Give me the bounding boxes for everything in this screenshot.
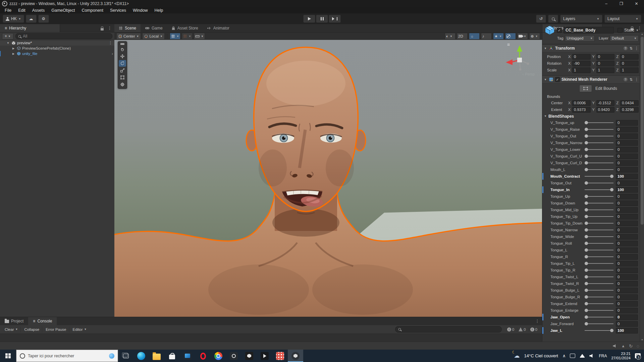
foldout-closed-icon[interactable]: ▶ [11,52,15,55]
taskbar-app-opera[interactable] [195,350,211,362]
foldout-open-icon[interactable]: ▼ [544,78,547,81]
taskbar-app-grid-app[interactable] [272,350,288,362]
play-button[interactable] [303,15,315,23]
kebab-menu-icon[interactable]: ⋮ [109,41,115,45]
2d-toggle[interactable]: 2D [457,33,468,40]
blendshape-slider[interactable] [585,166,613,173]
shading-mode-dropdown[interactable]: ◐▼ [445,33,455,40]
blendshape-slider[interactable] [585,220,613,227]
z-value-field[interactable]: 0 [620,54,639,60]
x-value-field[interactable]: 0.9373 [572,107,591,113]
blendshape-value-field[interactable]: 0 [616,294,638,300]
x-value-field[interactable]: 0 [572,54,591,60]
snap-increment-dropdown[interactable]: ▼ [182,33,193,40]
close-button[interactable]: ✕ [629,0,644,7]
blendshape-value-field[interactable]: 0 [616,160,638,166]
blendshape-value-field[interactable]: 0 [616,261,638,266]
blendshape-value-field[interactable]: 0 [616,254,638,260]
z-value-field[interactable]: 0 [620,61,639,66]
edit-bounds-button[interactable] [579,85,592,92]
overlay-drag-handle[interactable] [119,42,126,46]
volume-icon[interactable] [589,354,594,358]
scene-viewport[interactable]: ≡ ‹ Persp [114,40,542,317]
menu-item[interactable]: File [1,8,15,13]
menu-item[interactable]: Component [78,8,107,13]
account-button[interactable]: HK ▼ [3,15,24,23]
menu-item[interactable]: Window [129,8,151,13]
start-button[interactable] [0,350,16,362]
blendshape-slider[interactable] [585,153,613,160]
taskbar-app-capture-app[interactable] [226,350,241,362]
collapse-button[interactable]: Collapse [21,326,42,333]
tab-asset-store[interactable]: Asset Store [167,24,203,32]
rect-tool[interactable] [119,74,126,81]
blendshape-value-field[interactable]: 0 [616,274,638,280]
x-value-field[interactable]: -90 [572,61,591,66]
layout-dropdown[interactable]: Layout ▼ [604,15,641,23]
pause-button[interactable] [316,15,328,23]
maximize-button[interactable]: ❐ [614,0,629,7]
clock[interactable]: 23:21 27/01/2024 [611,352,631,360]
info-counter[interactable]: ! 0 [506,327,516,331]
blendshape-value-field[interactable]: 0 [616,154,638,159]
transform-tool[interactable] [119,81,126,88]
help-icon[interactable]: ? [624,77,628,81]
y-value-field[interactable]: 1 [596,67,615,73]
taskbar-app-dark-app[interactable] [257,350,272,362]
blendshape-slider[interactable] [585,133,613,139]
gizmo-center-cube[interactable] [517,58,522,62]
taskbar-search-input[interactable]: Taper ici pour rechercher [16,350,118,362]
minimize-button[interactable]: – [599,0,614,7]
y-value-field[interactable]: 0 [596,61,615,66]
blendshape-slider[interactable] [585,227,613,233]
grid-snapping-toggle[interactable]: ▼ [170,33,180,40]
foldout-open-icon[interactable]: ▼ [544,47,547,50]
blendshape-value-field[interactable]: 0 [616,314,638,320]
tab-animator[interactable]: Animator [203,24,234,32]
lock-icon[interactable] [101,28,104,31]
clear-button[interactable]: Clear▼ [2,326,21,333]
x-axis-cone[interactable] [506,59,513,65]
blendshape-slider[interactable] [585,146,613,153]
blendshape-value-field[interactable]: 0 [616,247,638,253]
blendshape-value-field[interactable]: 100 [616,174,638,179]
search-button[interactable] [548,15,558,23]
blendshape-slider[interactable] [585,173,613,180]
blendshape-slider[interactable] [585,193,613,200]
blendshape-value-field[interactable]: 0 [616,321,638,327]
blendshape-value-field[interactable]: 100 [616,187,638,193]
hierarchy-scene-row[interactable]: ▼ preview* ⋮ [0,40,114,46]
taskbar-app-file-explorer[interactable] [149,350,164,362]
lighting-toggle[interactable]: ☼ [469,33,480,40]
perspective-label[interactable]: ‹ Persp [523,72,535,76]
static-checkbox[interactable] [618,28,623,33]
blendshape-value-field[interactable]: 0 [616,281,638,287]
blendshape-slider[interactable] [585,274,613,280]
foldout-open-icon[interactable]: ▼ [6,42,10,45]
taskbar-app-microsoft-store[interactable] [164,350,180,362]
hierarchy-item-prefab[interactable]: ▶ PreviewScenePrefab(Clone) [0,46,114,51]
blendshape-value-field[interactable]: 0 [616,140,638,146]
scrollbar-thumb[interactable] [641,37,644,225]
taskbar-app-edge[interactable] [133,350,149,362]
blendshape-slider[interactable] [585,320,613,327]
tab-project[interactable]: Project [0,317,28,325]
wifi-icon[interactable] [580,354,585,358]
character-model[interactable] [114,40,542,317]
y-value-field[interactable]: 0.9420 [596,107,615,113]
tab-console[interactable]: ≡ Console [28,317,57,325]
blendshape-value-field[interactable]: 100 [616,328,638,334]
active-checkbox[interactable]: ✓ [557,28,562,33]
blendshape-value-field[interactable]: 0 [616,241,638,246]
static-dropdown-icon[interactable]: ▼ [636,29,639,32]
layers-dropdown[interactable]: Layers ▼ [560,15,602,23]
blendshape-value-field[interactable]: 0 [616,200,638,206]
tablet-mode-icon[interactable] [570,354,575,358]
hierarchy-item-unity-file[interactable]: ▶ unity_file › [0,51,114,56]
blendshape-value-field[interactable]: 0 [616,167,638,173]
blendshape-value-field[interactable]: 0 [616,301,638,307]
taskbar-app-chrome[interactable] [211,350,226,362]
weather-widget[interactable]: 14°C Ciel couvert [524,353,558,358]
blendshape-slider[interactable] [585,233,613,240]
x-value-field[interactable]: 1 [572,67,591,73]
